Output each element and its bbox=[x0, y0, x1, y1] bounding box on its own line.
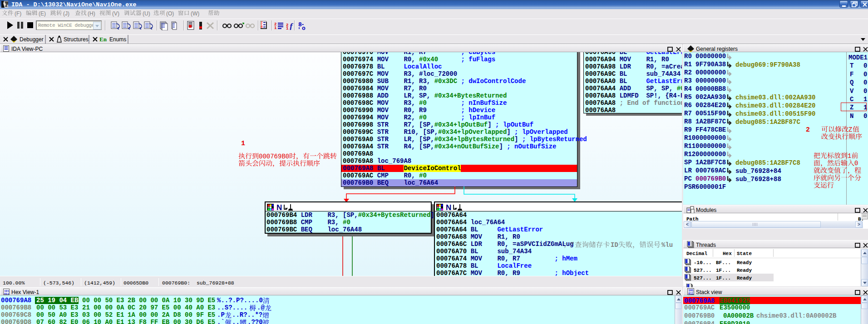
svg-text:Z: Z bbox=[848, 126, 852, 133]
svg-text:(H): (H) bbox=[88, 10, 95, 17]
svg-text:": " bbox=[571, 241, 574, 249]
svg-text:(W): (W) bbox=[191, 10, 199, 17]
svg-text:ID: ID bbox=[611, 241, 618, 249]
svg-text:(J): (J) bbox=[63, 10, 69, 17]
svg-text:1: 1 bbox=[848, 152, 851, 160]
svg-text:%lu: %lu bbox=[661, 241, 673, 249]
svg-text:000769B0: 000769B0 bbox=[259, 153, 289, 160]
svg-text:(E): (E) bbox=[39, 10, 46, 17]
svg-text:0: 0 bbox=[854, 160, 858, 167]
svg-text:(O): (O) bbox=[166, 10, 174, 17]
svg-text:1: 1 bbox=[241, 140, 245, 147]
svg-text:(V): (V) bbox=[112, 10, 119, 17]
svg-text:(U): (U) bbox=[143, 10, 150, 17]
svg-text:2: 2 bbox=[806, 126, 810, 134]
svg-text:(F): (F) bbox=[15, 10, 21, 17]
